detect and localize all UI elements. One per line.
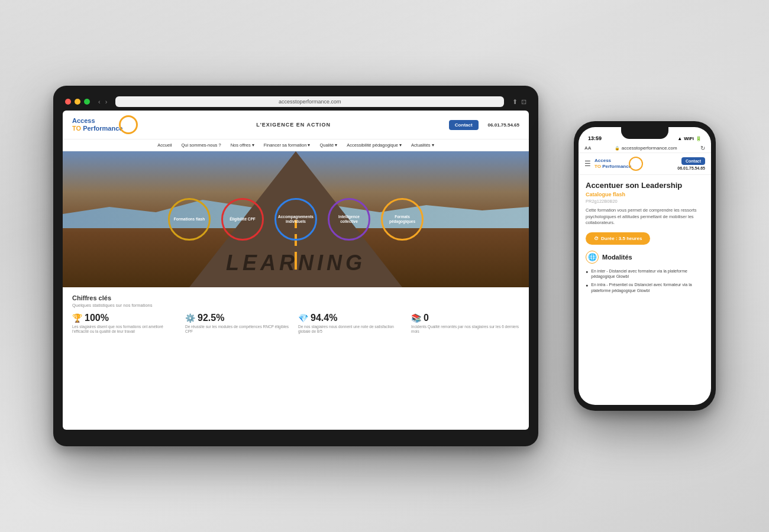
modalites-title: Modalités bbox=[602, 254, 632, 261]
tablet-device: ‹ › accesstoperformance.com ⬆ ⊡ Access T… bbox=[53, 86, 538, 446]
nav-qualite[interactable]: Qualité ▾ bbox=[319, 142, 337, 148]
chiffre-top-2: 💎 94.4% bbox=[298, 313, 406, 323]
dot-yellow[interactable] bbox=[75, 99, 80, 105]
globe-icon: 🌐 bbox=[586, 251, 599, 264]
chiffre-icon-3: 📚 bbox=[411, 313, 421, 323]
chiffre-item-1: ⚙️ 92.5% De réussite sur les modules de … bbox=[185, 313, 293, 335]
chiffre-num-3: 0 bbox=[424, 313, 429, 323]
site-header: Access TO Performance L'EXIGENCE EN ACTI… bbox=[63, 111, 529, 140]
duree-label: Durée : 3.5 heures bbox=[601, 236, 642, 241]
modalite-text-0: En inter - Distanciel avec formateur via… bbox=[591, 268, 704, 280]
phone-browser-bar[interactable]: AA 🔒 accesstoperformance.com ↻ bbox=[579, 144, 711, 153]
tablet-right-icons: ⬆ ⊡ bbox=[512, 98, 526, 106]
circle-eligibilite[interactable]: Éligibilité CPF bbox=[221, 198, 264, 241]
site-nav: Accueil Qui sommes-nous ? Nos offres ▾ F… bbox=[63, 140, 529, 151]
hero-circles: Formations flash Éligibilité CPF Accompa… bbox=[168, 198, 424, 241]
chiffre-top-3: 📚 0 bbox=[411, 313, 519, 323]
phone-site-header: ☰ Access TO Performance Contact 06.01.75… bbox=[579, 153, 711, 175]
phone-logo[interactable]: Access TO Performance bbox=[594, 157, 674, 171]
logo-circle bbox=[119, 115, 138, 134]
site-tagline: L'EXIGENCE EN ACTION bbox=[144, 122, 442, 128]
hero-section: LEARNING Formations flash Éligibilité CP… bbox=[63, 151, 529, 287]
chiffre-item-3: 📚 0 Incidents Qualité remontés par nos s… bbox=[411, 313, 519, 335]
hamburger-icon[interactable]: ☰ bbox=[584, 160, 591, 168]
circle-formations[interactable]: Formations flash bbox=[168, 198, 211, 241]
contact-button[interactable]: Contact bbox=[449, 120, 479, 130]
logo-text: Access TO Performance bbox=[72, 117, 122, 132]
chiffres-section: Chiffres clés Quelques statistiques sur … bbox=[63, 287, 529, 342]
nav-offres[interactable]: Nos offres ▾ bbox=[231, 142, 254, 148]
circle-intelligence[interactable]: Intelligence collective bbox=[328, 198, 370, 241]
modalite-item-1: ● En intra - Présentiel ou Distanciel av… bbox=[586, 282, 704, 294]
phone-refresh-icon[interactable]: ↻ bbox=[700, 145, 705, 151]
modalite-item-0: ● En inter - Distanciel avec formateur v… bbox=[586, 268, 704, 280]
tablet-screen: Access TO Performance L'EXIGENCE EN ACTI… bbox=[63, 111, 529, 430]
phone-aa-control[interactable]: AA bbox=[584, 145, 592, 151]
phone-content: Accentuer son Leadership Catalogue flash… bbox=[579, 175, 711, 400]
bullet-1: ● bbox=[586, 283, 588, 294]
chiffre-num-0: 100% bbox=[85, 313, 109, 323]
chiffre-num-1: 92.5% bbox=[198, 313, 224, 323]
nav-actualites[interactable]: Actualités ▾ bbox=[411, 142, 434, 148]
phone-logo-text: Access TO Performance bbox=[594, 158, 631, 169]
tablet-nav-icons: ‹ › bbox=[98, 98, 107, 105]
forward-icon[interactable]: › bbox=[105, 98, 108, 105]
chiffre-item-0: 🏆 100% Les stagiaires disent que nos for… bbox=[72, 313, 180, 335]
nav-financer[interactable]: Financer sa formation ▾ bbox=[264, 142, 311, 148]
chiffre-item-2: 💎 94.4% De nos stagiaires nous donnent u… bbox=[298, 313, 406, 335]
dot-green[interactable] bbox=[84, 99, 90, 105]
wifi-icon: WiFi bbox=[684, 136, 694, 141]
lock-icon: 🔒 bbox=[615, 146, 620, 151]
chiffre-icon-1: ⚙️ bbox=[185, 313, 195, 323]
battery-icon: 🔋 bbox=[696, 136, 702, 141]
course-description: Cette formation vous permet de comprendr… bbox=[586, 207, 704, 226]
chiffres-grid: 🏆 100% Les stagiaires disent que nos for… bbox=[72, 313, 519, 335]
phone-time: 13:59 bbox=[588, 135, 602, 141]
phone-notch bbox=[621, 127, 668, 139]
nav-qui[interactable]: Qui sommes-nous ? bbox=[182, 142, 221, 148]
address-text: accesstoperformance.com bbox=[279, 99, 341, 105]
logo[interactable]: Access TO Performance bbox=[72, 115, 138, 134]
tablet-address-bar[interactable]: accesstoperformance.com bbox=[115, 96, 504, 107]
chiffre-desc-3: Incidents Qualité remontés par nos stagi… bbox=[411, 325, 519, 335]
chiffre-icon-0: 🏆 bbox=[72, 313, 82, 323]
share-icon[interactable]: ⬆ bbox=[512, 98, 518, 106]
nav-accueil[interactable]: Accueil bbox=[157, 142, 172, 148]
hero-big-text: LEARNING bbox=[226, 251, 366, 275]
course-ref: PR2g122B0B20 bbox=[586, 199, 704, 204]
phone-url-bar[interactable]: 🔒 accesstoperformance.com bbox=[594, 145, 698, 151]
chiffre-desc-0: Les stagiaires disent que nos formations… bbox=[72, 325, 180, 335]
chiffre-desc-1: De réussite sur les modules de compétenc… bbox=[185, 325, 293, 335]
phone-device: 13:59 ▲ WiFi 🔋 AA 🔒 accesstoperformance.… bbox=[574, 121, 716, 411]
dot-red[interactable] bbox=[65, 99, 71, 105]
chiffre-icon-2: 💎 bbox=[298, 313, 308, 323]
nav-accessibilite[interactable]: Accessibilité pédagogique ▾ bbox=[347, 142, 402, 148]
chiffre-desc-2: De nos stagiaires nous donnent une note … bbox=[298, 325, 406, 335]
chiffres-title: Chiffres clés bbox=[72, 294, 519, 301]
phone-contact-button[interactable]: Contact bbox=[681, 157, 705, 165]
phone-screen: 13:59 ▲ WiFi 🔋 AA 🔒 accesstoperformance.… bbox=[579, 127, 711, 405]
circle-accompagnements[interactable]: Accompagnements individuels bbox=[274, 198, 317, 241]
circle-formats[interactable]: Formats pédagogiques bbox=[381, 198, 424, 241]
phone-number: 06.01.75.54.65 bbox=[488, 122, 519, 128]
tab-icon[interactable]: ⊡ bbox=[521, 98, 526, 106]
chiffre-top-0: 🏆 100% bbox=[72, 313, 180, 323]
signal-icon: ▲ bbox=[677, 136, 682, 141]
phone-status-right: ▲ WiFi 🔋 bbox=[677, 136, 702, 141]
back-icon[interactable]: ‹ bbox=[98, 98, 101, 105]
phone-phone-number: 06.01.75.54.65 bbox=[677, 166, 705, 170]
tablet-top-bar: ‹ › accesstoperformance.com ⬆ ⊡ bbox=[63, 96, 529, 107]
modalites-section: 🌐 Modalités ● En inter - Distanciel avec… bbox=[586, 251, 704, 294]
duree-button[interactable]: ⏱ Durée : 3.5 heures bbox=[586, 232, 650, 245]
chiffre-top-1: ⚙️ 92.5% bbox=[185, 313, 293, 323]
modalites-header: 🌐 Modalités bbox=[586, 251, 704, 264]
course-title: Accentuer son Leadership bbox=[586, 181, 704, 190]
phone-url-text: accesstoperformance.com bbox=[622, 145, 677, 151]
chiffres-subtitle: Quelques statistiques sur nos formations bbox=[72, 303, 519, 308]
chiffre-num-2: 94.4% bbox=[311, 313, 337, 323]
bullet-0: ● bbox=[586, 269, 588, 280]
phone-logo-circle bbox=[629, 157, 643, 171]
modalite-text-1: En intra - Présentiel ou Distanciel avec… bbox=[591, 282, 704, 294]
clock-icon: ⏱ bbox=[594, 236, 599, 241]
course-category: Catalogue flash bbox=[586, 192, 704, 197]
